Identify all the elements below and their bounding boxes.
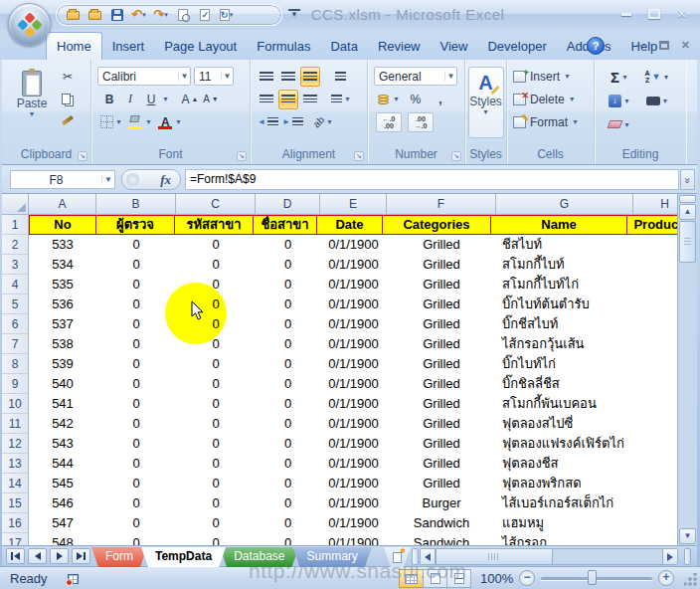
row-header-8[interactable]: 8 [2,354,29,374]
row-header-13[interactable]: 13 [2,454,29,474]
cell[interactable]: Grilled [387,314,496,334]
cell[interactable]: Grilled [387,255,496,275]
row-header-14[interactable]: 14 [2,474,29,493]
row-header-5[interactable]: 5 [2,294,29,314]
cell[interactable]: 0 [256,334,320,354]
cell[interactable]: 0 [176,314,256,334]
cell[interactable]: 0/1/1900 [320,294,387,314]
cell[interactable]: บิ๊กไบท์ต้นตำรับ [496,294,633,314]
sheet-tab-form[interactable]: Form [91,547,147,567]
cell[interactable]: 0/1/1900 [320,374,387,394]
previous-sheet-button[interactable] [28,548,47,564]
cell[interactable]: 0 [176,374,256,394]
shrink-font-button[interactable]: A▼ [201,90,221,109]
tab-view[interactable]: View [431,34,478,60]
cell[interactable]: 0 [256,314,320,334]
workbook-close-button[interactable]: ✕ [681,39,690,51]
cell[interactable]: 0 [96,314,176,334]
cell[interactable]: 0 [256,454,320,474]
cell[interactable]: 0 [96,493,176,513]
cell[interactable]: บิ๊กชีสไบท์ [496,314,633,334]
cell[interactable]: ไส้กรอก [496,533,633,545]
cell[interactable]: Grilled [387,374,496,394]
cell[interactable]: 0 [96,474,176,493]
cell[interactable]: Grilled [387,414,496,434]
decrease-decimal-button[interactable]: .00→.0 [408,112,434,132]
cell[interactable]: 0 [256,493,320,513]
sheet-tab-summary[interactable]: Summary [293,547,372,567]
header-cell[interactable]: No [29,215,96,235]
cell[interactable]: 0/1/1900 [320,275,387,294]
cell[interactable]: 536 [29,294,96,314]
accounting-format-button[interactable]: ▼ [376,90,401,109]
cell[interactable]: 547 [29,513,96,533]
align-right-button[interactable] [300,90,320,109]
cell[interactable]: บิ๊กไบท์ไก่ [496,354,633,374]
customize-qat-button[interactable]: ▼ [288,9,300,19]
cell[interactable]: 538 [29,334,96,354]
cell[interactable]: 0/1/1900 [320,334,387,354]
cell[interactable]: 0 [96,513,176,533]
cell[interactable]: Grilled [387,394,496,414]
redo-button[interactable]: ↷▾ [152,7,169,23]
cell[interactable]: 0 [96,454,176,474]
comma-button[interactable]: , [431,90,450,109]
bottom-align-button[interactable] [300,67,320,87]
new-file-icon[interactable] [87,7,103,23]
office-button[interactable] [8,3,51,46]
cell[interactable]: ชีสไบท์ [496,235,633,255]
cell[interactable]: 0 [256,414,320,434]
cell[interactable]: 0 [176,474,256,493]
row-header-4[interactable]: 4 [2,275,29,294]
help-icon[interactable]: ? [587,37,605,55]
cell[interactable]: 540 [29,374,96,394]
cell[interactable]: Burger [387,493,496,513]
cell[interactable]: 0/1/1900 [320,533,387,545]
scroll-up-button[interactable]: ▲ [679,204,696,220]
tab-home[interactable]: Home [46,32,102,60]
cell[interactable]: 546 [29,493,96,513]
cell[interactable]: 0 [256,434,320,454]
zoom-out-button[interactable]: − [519,570,535,586]
undo-button[interactable]: ↶▾ [130,7,147,23]
cell[interactable]: 0/1/1900 [320,493,387,513]
cell[interactable]: 0/1/1900 [320,454,387,474]
zoom-slider-thumb[interactable] [588,570,597,585]
cell[interactable]: 0 [96,294,176,314]
cell[interactable]: 0/1/1900 [320,235,387,255]
cell[interactable]: 0 [176,493,256,513]
cell[interactable]: 0 [256,275,320,294]
column-header-F[interactable]: F [387,194,496,215]
cell[interactable]: 544 [29,454,96,474]
fill-color-button[interactable]: ▼ [127,112,153,132]
font-size-combo[interactable]: 11▼ [194,67,234,86]
cell[interactable]: Grilled [387,434,496,454]
cell[interactable]: 0 [96,414,176,434]
cell[interactable]: 0 [96,434,176,454]
cell[interactable]: 0 [96,354,176,374]
tab-review[interactable]: Review [368,34,431,60]
row-header-2[interactable]: 2 [2,235,29,255]
next-sheet-button[interactable] [50,548,69,564]
cell[interactable]: สโมกกี้ไบท์ไก่ [496,275,633,294]
font-name-combo[interactable]: Calibri▼ [97,67,191,86]
scroll-left-button[interactable] [421,549,436,564]
cell[interactable]: 0 [96,394,176,414]
decrease-indent-button[interactable]: ◄ [257,112,279,132]
cell[interactable]: Grilled [387,235,496,255]
tab-developer[interactable]: Developer [477,34,556,60]
format-cells-button[interactable]: ✎ Format▼ [507,110,594,133]
grow-font-button[interactable]: A▲ [180,90,200,109]
font-color-button[interactable]: A ▼ [157,112,183,132]
cell[interactable]: สโมกกี้พันเบคอน [496,394,633,414]
sheet-tab-tempdata[interactable]: TempData [141,547,226,567]
cell[interactable]: 0 [176,414,256,434]
cell[interactable]: 0 [96,334,176,354]
cell[interactable]: 0/1/1900 [320,414,387,434]
clipboard-dialog-launcher[interactable]: ↘ [78,151,88,161]
cell[interactable]: สโมกกี้ไบท์ [496,255,633,275]
cell[interactable]: Grilled [387,294,496,314]
cell[interactable]: 534 [29,255,96,275]
wrap-text-button[interactable] [330,67,350,87]
cell[interactable]: Grilled [387,354,496,374]
